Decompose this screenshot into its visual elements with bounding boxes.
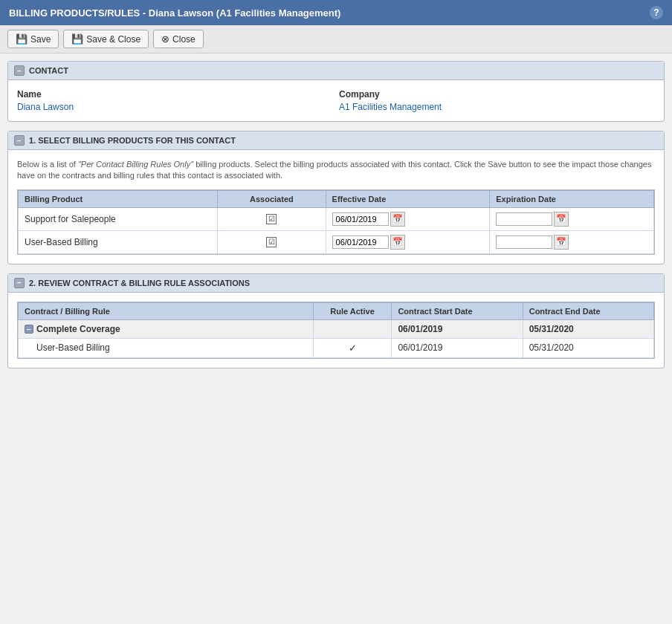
help-icon[interactable]: ? (650, 6, 663, 19)
billing-products-note: Below is a list of "Per Contact Billing … (17, 159, 655, 182)
contact-collapse-button[interactable]: − (14, 65, 25, 76)
save-close-button[interactable]: 💾 Save & Close (63, 30, 149, 48)
contract-end-date-cell: 05/31/2020 (523, 338, 653, 357)
title-bar: BILLING PRODUCTS/RULES - Diana Lawson (A… (0, 0, 672, 25)
billing-product-name: User-Based Billing (19, 230, 218, 253)
contract-start-date-cell: 06/01/2019 (392, 338, 523, 357)
rule-active-cell (313, 319, 392, 338)
save-button[interactable]: 💾 Save (7, 30, 59, 48)
contact-panel-body: Name Diana Lawson Company A1 Facilities … (8, 80, 664, 121)
billing-products-panel: − 1. SELECT BILLING PRODUCTS FOR THIS CO… (7, 131, 665, 264)
title-text: BILLING PRODUCTS/RULES - Diana Lawson (A… (9, 7, 340, 19)
contact-name-section: Name Diana Lawson (17, 89, 333, 112)
contract-row: −Complete Coverage 06/01/2019 05/31/2020 (19, 319, 654, 338)
effective-date-calendar-button[interactable]: 📅 (390, 212, 405, 227)
contract-review-collapse-button[interactable]: − (14, 278, 25, 288)
save-icon: 💾 (16, 33, 28, 45)
contract-minus-button[interactable]: − (25, 325, 33, 334)
save-close-icon: 💾 (71, 33, 83, 45)
close-button[interactable]: ⊗ Close (153, 30, 204, 48)
billing-product-expiration-date: 📅 (490, 207, 654, 230)
billing-rule-name: User-Based Billing (19, 338, 314, 357)
billing-product-name: Support for Salepeople (19, 207, 218, 230)
col-effective-date: Effective Date (326, 190, 490, 207)
effective-date-input[interactable] (332, 212, 389, 226)
billing-product-effective-date: 📅 (326, 207, 490, 230)
contact-panel: − CONTACT Name Diana Lawson Company A1 F… (7, 61, 665, 122)
rule-active-checkmark: ✓ (349, 342, 357, 354)
contract-review-table-wrapper[interactable]: Contract / Billing Rule Rule Active Cont… (17, 302, 655, 359)
col-contract-billing-rule: Contract / Billing Rule (19, 302, 314, 319)
billing-products-panel-body: Below is a list of "Per Contact Billing … (8, 150, 664, 264)
effective-date-input[interactable] (332, 235, 389, 249)
contract-review-panel-body: Contract / Billing Rule Rule Active Cont… (8, 293, 664, 368)
billing-product-row: Support for Salepeople ☑ 📅 📅 (19, 207, 654, 230)
rule-active-cell: ✓ (313, 338, 392, 357)
billing-product-row: User-Based Billing ☑ 📅 📅 (19, 230, 654, 253)
contract-start-date-cell: 06/01/2019 (392, 319, 523, 338)
col-billing-product: Billing Product (19, 190, 218, 207)
billing-product-expiration-date: 📅 (490, 230, 654, 253)
col-rule-active: Rule Active (313, 302, 392, 319)
billing-rule-row: User-Based Billing ✓ 06/01/2019 05/31/20… (19, 338, 654, 357)
expiration-date-calendar-button[interactable]: 📅 (554, 235, 569, 250)
billing-product-associated[interactable]: ☑ (218, 230, 326, 253)
expiration-date-input[interactable] (496, 235, 552, 249)
billing-product-effective-date: 📅 (326, 230, 490, 253)
associated-checkbox[interactable]: ☑ (266, 214, 277, 224)
contract-name: −Complete Coverage (19, 319, 314, 338)
billing-products-panel-header: − 1. SELECT BILLING PRODUCTS FOR THIS CO… (8, 131, 664, 150)
company-value: A1 Facilities Management (339, 102, 655, 112)
contract-review-panel: − 2. REVIEW CONTRACT & BILLING RULE ASSO… (7, 273, 665, 368)
name-value: Diana Lawson (17, 102, 333, 112)
billing-products-table: Billing Product Associated Effective Dat… (18, 190, 654, 254)
expiration-date-calendar-button[interactable]: 📅 (554, 212, 569, 227)
name-label: Name (17, 89, 333, 100)
contact-grid: Name Diana Lawson Company A1 Facilities … (17, 89, 655, 112)
col-associated: Associated (218, 190, 326, 207)
billing-products-table-wrapper[interactable]: Billing Product Associated Effective Dat… (17, 189, 655, 255)
col-contract-start-date: Contract Start Date (392, 302, 523, 319)
contract-review-panel-header: − 2. REVIEW CONTRACT & BILLING RULE ASSO… (8, 274, 664, 293)
main-content: − CONTACT Name Diana Lawson Company A1 F… (0, 53, 672, 385)
effective-date-calendar-button[interactable]: 📅 (390, 235, 405, 250)
billing-product-associated[interactable]: ☑ (218, 207, 326, 230)
col-expiration-date: Expiration Date (490, 190, 654, 207)
col-contract-end-date: Contract End Date (523, 302, 653, 319)
toolbar: 💾 Save 💾 Save & Close ⊗ Close (0, 25, 672, 53)
associated-checkbox[interactable]: ☑ (266, 237, 277, 247)
contact-company-section: Company A1 Facilities Management (339, 89, 655, 112)
close-icon: ⊗ (161, 33, 169, 45)
contact-panel-header: − CONTACT (8, 62, 664, 80)
contract-end-date-cell: 05/31/2020 (523, 319, 653, 338)
company-label: Company (339, 89, 655, 100)
billing-products-collapse-button[interactable]: − (14, 135, 25, 146)
expiration-date-input[interactable] (496, 212, 552, 226)
contract-review-table: Contract / Billing Rule Rule Active Cont… (18, 302, 654, 358)
